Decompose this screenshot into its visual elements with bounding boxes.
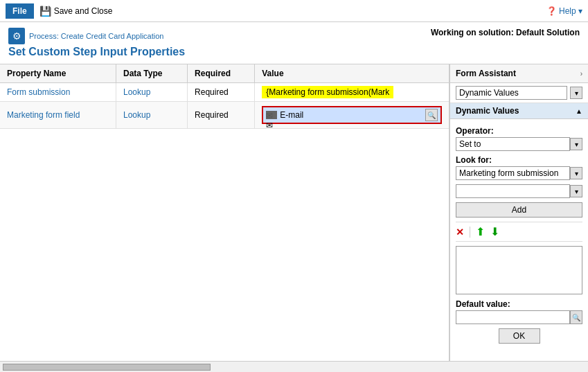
save-close-button[interactable]: 💾 Save and Close: [39, 6, 113, 17]
operator-select[interactable]: Set to: [456, 137, 570, 151]
page-title: Set Custom Step Input Properties: [8, 46, 431, 58]
email-lookup-button[interactable]: 🔍: [425, 109, 438, 121]
table-row: Marketing form field Lookup Required ✉ E…: [0, 102, 449, 129]
email-value-text: E-mail: [280, 110, 422, 120]
look-for-chevron2[interactable]: ▾: [570, 185, 582, 197]
dynamic-values-select[interactable]: Dynamic Values: [456, 86, 567, 100]
save-close-label: Save and Close: [54, 6, 113, 16]
marketing-form-field-required: Required: [188, 102, 255, 129]
dynamic-values-chevron[interactable]: ▾: [570, 87, 582, 99]
form-assistant-body: Operator: Set to ▾ Look for: Marketing f…: [450, 119, 588, 361]
dynamic-values-textarea[interactable]: [456, 246, 582, 294]
content-area: Property Name Data Type Required Value F…: [0, 64, 588, 361]
form-assistant-title: Form Assistant: [456, 69, 516, 78]
collapse-icon[interactable]: ▲: [576, 107, 582, 115]
default-value-lookup-button[interactable]: 🔍: [570, 310, 582, 324]
left-panel: Property Name Data Type Required Value F…: [0, 64, 449, 361]
header: ⚙ Process: Create Credit Card Applicatio…: [0, 22, 588, 64]
col-data-type: Data Type: [116, 64, 188, 83]
look-for-label: Look for:: [456, 155, 582, 165]
help-link[interactable]: ❓ Help ▾: [546, 6, 582, 16]
table-row: Form submission Lookup Required {Marketi…: [0, 83, 449, 102]
file-button[interactable]: File: [6, 3, 34, 19]
move-up-icon[interactable]: ⬆: [476, 225, 485, 238]
form-submission-value-text: {Marketing form submission(Mark: [262, 86, 393, 98]
marketing-form-field-datatype[interactable]: Lookup: [123, 110, 150, 120]
look-for-chevron1[interactable]: ▾: [570, 167, 582, 179]
add-button[interactable]: Add: [456, 202, 582, 218]
operator-chevron[interactable]: ▾: [570, 138, 582, 150]
dynamic-values-section-label: Dynamic Values: [456, 106, 519, 116]
help-dropdown-icon: ▾: [578, 6, 582, 16]
working-solution-label: Working on solution: Default Solution: [431, 28, 580, 37]
default-value-row: 🔍: [456, 310, 582, 324]
email-icon: ✉: [266, 111, 277, 119]
operator-label: Operator:: [456, 126, 582, 136]
form-submission-required: Required: [188, 83, 255, 102]
default-value-input[interactable]: [456, 310, 570, 324]
properties-table: Property Name Data Type Required Value F…: [0, 64, 449, 129]
process-link[interactable]: Process: Create Credit Card Application: [29, 32, 163, 40]
form-submission-value[interactable]: {Marketing form submission(Mark: [255, 83, 449, 102]
marketing-form-field-value[interactable]: ✉ E-mail 🔍: [255, 102, 449, 129]
divider: [470, 227, 470, 238]
default-value-label: Default value:: [456, 299, 582, 309]
gear-icon: ⚙: [8, 28, 25, 44]
disk-icon: 💾: [39, 6, 51, 17]
delete-icon[interactable]: ✕: [456, 227, 464, 238]
scroll-thumb[interactable]: [3, 364, 211, 371]
look-for-select1[interactable]: Marketing form submission: [456, 166, 570, 180]
ok-button[interactable]: OK: [499, 328, 540, 344]
process-label: ⚙ Process: Create Credit Card Applicatio…: [8, 28, 431, 44]
help-icon: ❓: [546, 6, 557, 16]
icons-row: ✕ ⬆ ⬇: [456, 222, 582, 242]
dynamic-values-row: Dynamic Values ▾: [450, 83, 588, 103]
scroll-bar-area[interactable]: [0, 361, 588, 372]
title-bar: File 💾 Save and Close ❓ Help ▾: [0, 0, 588, 22]
marketing-form-field-link[interactable]: Marketing form field: [7, 110, 80, 120]
form-submission-datatype[interactable]: Lookup: [123, 87, 150, 97]
form-assistant-header: Form Assistant ›: [450, 64, 588, 83]
col-required: Required: [188, 64, 255, 83]
col-value: Value: [255, 64, 449, 83]
help-label: Help: [559, 6, 576, 16]
look-for-select2[interactable]: [456, 184, 570, 198]
form-assistant-arrow[interactable]: ›: [580, 70, 582, 78]
move-down-icon[interactable]: ⬇: [490, 225, 499, 238]
main-container: ⚙ Process: Create Credit Card Applicatio…: [0, 22, 588, 372]
right-panel: Form Assistant › Dynamic Values ▾ Dynami…: [449, 64, 588, 361]
look-for-row2: ▾: [456, 184, 582, 198]
dynamic-values-section: Dynamic Values ▲: [450, 103, 588, 119]
operator-row: Set to ▾: [456, 137, 582, 151]
col-property-name: Property Name: [0, 64, 116, 83]
email-input-wrapper[interactable]: ✉ E-mail 🔍: [262, 106, 442, 124]
form-submission-link[interactable]: Form submission: [7, 87, 70, 97]
look-for-row1: Marketing form submission ▾: [456, 166, 582, 180]
